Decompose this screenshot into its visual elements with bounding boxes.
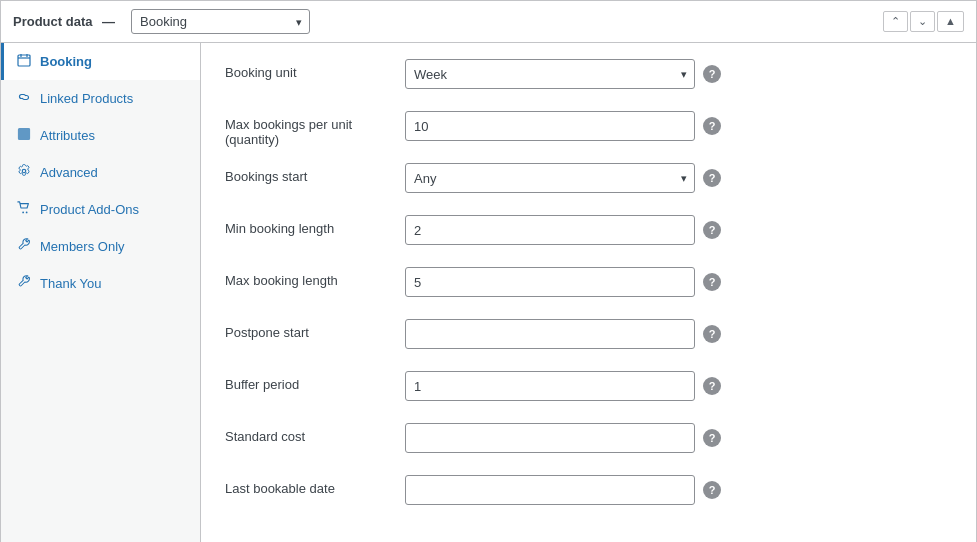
svg-rect-4 [19,129,30,140]
main-content: Booking unit Week Day Hour Minute Month … [201,43,976,542]
sidebar-item-attributes-label: Attributes [40,128,95,143]
sidebar-item-product-add-ons[interactable]: Product Add-Ons [1,191,200,228]
booking-unit-select-wrapper[interactable]: Week Day Hour Minute Month [405,59,695,89]
sidebar-item-product-add-ons-label: Product Add-Ons [40,202,139,217]
panel-header-left: Product data — Booking Simple product Va… [13,9,310,34]
standard-cost-field: ? [405,423,952,453]
bookings-start-select[interactable]: Any Now Specific date [405,163,695,193]
sidebar-item-thank-you-label: Thank You [40,276,101,291]
buffer-period-label: Buffer period [225,371,405,392]
sidebar-item-linked-products[interactable]: Linked Products [1,80,200,117]
sidebar: Booking Linked Products Attributes [1,43,201,542]
postpone-start-input[interactable] [405,319,695,349]
svg-point-6 [26,212,28,214]
product-type-select-wrapper[interactable]: Booking Simple product Variable product … [131,9,310,34]
postpone-start-help[interactable]: ? [703,325,721,343]
min-booking-length-help[interactable]: ? [703,221,721,239]
form-row-standard-cost: Standard cost ? [225,423,952,459]
product-type-select[interactable]: Booking Simple product Variable product … [131,9,310,34]
max-bookings-input[interactable] [405,111,695,141]
postpone-start-label: Postpone start [225,319,405,340]
last-bookable-date-input[interactable] [405,475,695,505]
wrench-icon-members [16,238,32,255]
last-bookable-date-help[interactable]: ? [703,481,721,499]
booking-unit-label: Booking unit [225,59,405,80]
sidebar-item-members-only[interactable]: Members Only [1,228,200,265]
min-booking-length-label: Min booking length [225,215,405,236]
max-booking-length-help[interactable]: ? [703,273,721,291]
panel-header-actions: ⌃ ⌄ ▲ [883,11,964,32]
booking-icon [16,53,32,70]
expand-button[interactable]: ▲ [937,11,964,32]
panel-body: Booking Linked Products Attributes [1,43,976,542]
booking-unit-help[interactable]: ? [703,65,721,83]
bookings-start-label: Bookings start [225,163,405,184]
sidebar-item-linked-products-label: Linked Products [40,91,133,106]
form-row-booking-unit: Booking unit Week Day Hour Minute Month … [225,59,952,95]
buffer-period-field: ? [405,371,952,401]
min-booking-length-field: ? [405,215,952,245]
gear-icon [16,164,32,181]
max-booking-length-field: ? [405,267,952,297]
last-bookable-date-label: Last bookable date [225,475,405,496]
bookings-start-help[interactable]: ? [703,169,721,187]
form-row-max-bookings: Max bookings per unit (quantity) ? [225,111,952,147]
collapse-up-button[interactable]: ⌃ [883,11,908,32]
max-bookings-field: ? [405,111,952,141]
bookings-start-select-wrapper[interactable]: Any Now Specific date [405,163,695,193]
svg-point-5 [22,212,24,214]
cart-icon [16,201,32,218]
standard-cost-label: Standard cost [225,423,405,444]
wrench-icon-thankyou [16,275,32,292]
form-row-max-booking-length: Max booking length ? [225,267,952,303]
min-booking-length-input[interactable] [405,215,695,245]
form-row-bookings-start: Bookings start Any Now Specific date ? [225,163,952,199]
bookings-start-field: Any Now Specific date ? [405,163,952,193]
sidebar-item-booking[interactable]: Booking [1,43,200,80]
link-icon [16,90,32,107]
product-data-panel: Product data — Booking Simple product Va… [0,0,977,542]
form-row-buffer-period: Buffer period ? [225,371,952,407]
sidebar-item-members-only-label: Members Only [40,239,125,254]
standard-cost-help[interactable]: ? [703,429,721,447]
form-row-min-booking-length: Min booking length ? [225,215,952,251]
svg-rect-0 [18,55,30,66]
sidebar-item-booking-label: Booking [40,54,92,69]
max-booking-length-label: Max booking length [225,267,405,288]
buffer-period-help[interactable]: ? [703,377,721,395]
collapse-down-button[interactable]: ⌄ [910,11,935,32]
form-row-last-bookable-date: Last bookable date ? [225,475,952,511]
sidebar-item-attributes[interactable]: Attributes [1,117,200,154]
booking-unit-select[interactable]: Week Day Hour Minute Month [405,59,695,89]
max-bookings-label: Max bookings per unit (quantity) [225,111,405,147]
max-booking-length-input[interactable] [405,267,695,297]
panel-title: Product data — [13,14,121,29]
form-row-postpone-start: Postpone start ? [225,319,952,355]
booking-unit-field: Week Day Hour Minute Month ? [405,59,952,89]
last-bookable-date-field: ? [405,475,952,505]
sidebar-item-advanced[interactable]: Advanced [1,154,200,191]
buffer-period-input[interactable] [405,371,695,401]
postpone-start-field: ? [405,319,952,349]
standard-cost-input[interactable] [405,423,695,453]
max-bookings-help[interactable]: ? [703,117,721,135]
sidebar-item-thank-you[interactable]: Thank You [1,265,200,302]
attributes-icon [16,127,32,144]
sidebar-item-advanced-label: Advanced [40,165,98,180]
panel-header: Product data — Booking Simple product Va… [1,1,976,43]
